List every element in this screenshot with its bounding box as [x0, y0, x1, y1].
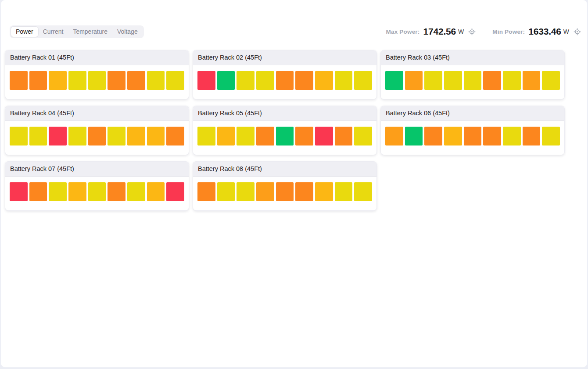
battery-cell[interactable] [464, 71, 482, 90]
rack-cell-strip [5, 121, 189, 145]
rack-cell-strip [193, 177, 376, 201]
tab-power[interactable]: Power [11, 27, 38, 37]
battery-cell[interactable] [10, 71, 28, 90]
power-summary: Max Power: 1742.56 W Min Power: 1633 [386, 26, 581, 37]
battery-cell[interactable] [197, 127, 215, 145]
battery-cell[interactable] [237, 71, 255, 90]
battery-cell[interactable] [108, 71, 125, 90]
battery-cell[interactable] [385, 71, 403, 90]
battery-cell[interactable] [166, 182, 184, 201]
max-power-value: 1742.56 [423, 26, 456, 37]
battery-cell[interactable] [29, 182, 47, 201]
battery-cell[interactable] [88, 71, 106, 90]
rack-cell-strip [193, 121, 376, 145]
battery-cell[interactable] [444, 71, 462, 90]
locate-icon[interactable] [468, 28, 476, 35]
battery-cell[interactable] [10, 127, 28, 145]
battery-cell[interactable] [49, 127, 67, 145]
battery-cell[interactable] [424, 71, 442, 90]
tab-voltage[interactable]: Voltage [112, 27, 143, 37]
battery-cell[interactable] [483, 127, 501, 145]
battery-cell[interactable] [295, 71, 313, 90]
battery-cell[interactable] [503, 71, 521, 90]
locate-icon[interactable] [574, 28, 581, 35]
battery-cell[interactable] [29, 71, 47, 90]
battery-rack-card: Battery Rack 06 (45Ft) [381, 106, 564, 155]
battery-rack-card: Battery Rack 05 (45Ft) [193, 106, 376, 155]
battery-cell[interactable] [335, 127, 353, 145]
battery-cell[interactable] [108, 127, 125, 145]
battery-cell[interactable] [217, 182, 235, 201]
battery-cell[interactable] [335, 71, 353, 90]
battery-cell[interactable] [147, 71, 165, 90]
battery-cell[interactable] [237, 127, 255, 145]
battery-cell[interactable] [127, 182, 145, 201]
battery-cell[interactable] [88, 182, 106, 201]
min-power-unit: W [563, 28, 569, 35]
battery-cell[interactable] [405, 71, 423, 90]
battery-cell[interactable] [354, 71, 372, 90]
battery-cell[interactable] [444, 127, 462, 145]
battery-cell[interactable] [256, 71, 274, 90]
rack-grid: Battery Rack 01 (45Ft)Battery Rack 02 (4… [5, 50, 564, 210]
battery-cell[interactable] [315, 127, 333, 145]
battery-cell[interactable] [49, 71, 67, 90]
rack-title: Battery Rack 03 (45Ft) [381, 50, 564, 65]
battery-rack-card: Battery Rack 04 (45Ft) [5, 106, 189, 155]
battery-cell[interactable] [68, 182, 86, 201]
battery-cell[interactable] [276, 182, 294, 201]
battery-cell[interactable] [354, 182, 372, 201]
toolbar: Power Current Temperature Voltage Max Po… [10, 25, 581, 38]
battery-cell[interactable] [276, 127, 294, 145]
battery-cell[interactable] [335, 182, 353, 201]
battery-cell[interactable] [217, 71, 235, 90]
battery-cell[interactable] [542, 127, 560, 145]
battery-cell[interactable] [217, 127, 235, 145]
battery-cell[interactable] [405, 127, 423, 145]
tab-temperature[interactable]: Temperature [68, 27, 112, 37]
main-panel: Power Current Temperature Voltage Max Po… [1, 0, 587, 367]
tab-current[interactable]: Current [38, 27, 68, 37]
battery-cell[interactable] [424, 127, 442, 145]
battery-rack-card: Battery Rack 02 (45Ft) [193, 50, 376, 99]
battery-cell[interactable] [237, 182, 255, 201]
battery-cell[interactable] [68, 71, 86, 90]
battery-cell[interactable] [385, 127, 403, 145]
min-power-metric: Min Power: 1633.46 W [492, 26, 581, 37]
battery-cell[interactable] [68, 127, 86, 145]
battery-cell[interactable] [166, 127, 184, 145]
battery-cell[interactable] [197, 182, 215, 201]
battery-cell[interactable] [127, 71, 145, 90]
battery-cell[interactable] [483, 71, 501, 90]
battery-cell[interactable] [108, 182, 125, 201]
battery-cell[interactable] [315, 182, 333, 201]
battery-cell[interactable] [523, 71, 541, 90]
min-power-value: 1633.46 [528, 26, 561, 37]
metric-tab-bar: Power Current Temperature Voltage [10, 25, 144, 38]
battery-cell[interactable] [166, 71, 184, 90]
battery-cell[interactable] [295, 182, 313, 201]
battery-cell[interactable] [147, 127, 165, 145]
rack-title: Battery Rack 07 (45Ft) [5, 162, 189, 177]
battery-rack-card: Battery Rack 08 (45Ft) [193, 162, 376, 210]
battery-cell[interactable] [503, 127, 521, 145]
battery-cell[interactable] [295, 127, 313, 145]
rack-title: Battery Rack 04 (45Ft) [5, 106, 189, 121]
battery-cell[interactable] [276, 71, 294, 90]
battery-cell[interactable] [256, 127, 274, 145]
battery-cell[interactable] [354, 127, 372, 145]
battery-cell[interactable] [29, 127, 47, 145]
battery-cell[interactable] [49, 182, 67, 201]
battery-cell[interactable] [315, 71, 333, 90]
battery-cell[interactable] [256, 182, 274, 201]
battery-cell[interactable] [542, 71, 560, 90]
min-power-label: Min Power: [492, 28, 525, 35]
battery-cell[interactable] [127, 127, 145, 145]
battery-cell[interactable] [197, 71, 215, 90]
battery-cell[interactable] [464, 127, 482, 145]
battery-cell[interactable] [147, 182, 165, 201]
rack-cell-strip [381, 65, 564, 90]
battery-cell[interactable] [523, 127, 541, 145]
battery-cell[interactable] [88, 127, 106, 145]
battery-cell[interactable] [10, 182, 28, 201]
